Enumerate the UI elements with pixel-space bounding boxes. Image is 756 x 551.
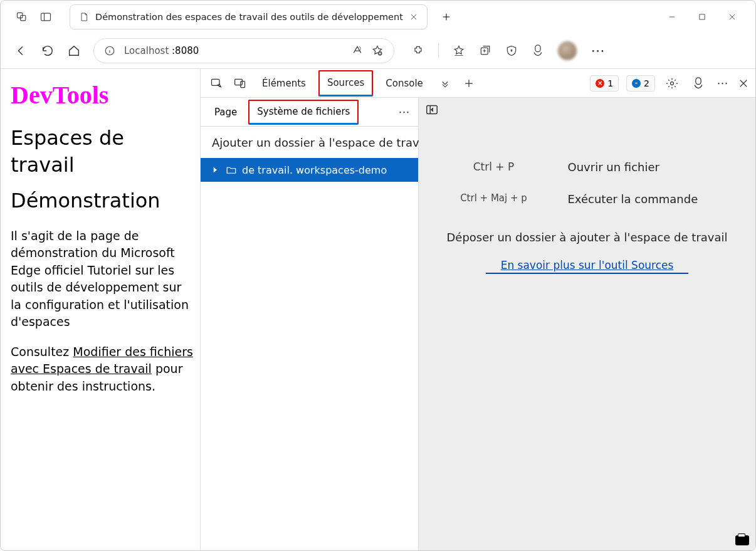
- extensions-icon[interactable]: [412, 45, 424, 57]
- new-tab-devtools-icon[interactable]: [463, 77, 475, 90]
- page-paragraph-2: Consultez Modifier des fichiers avec Esp…: [11, 344, 194, 396]
- devtools-more-icon[interactable]: ⋯: [715, 78, 730, 89]
- shortcut-cmd-label: Exécuter la commande: [568, 192, 743, 206]
- toggle-drawer-icon[interactable]: [735, 535, 749, 545]
- svg-rect-9: [235, 79, 243, 85]
- content-area: DevTools Espaces de travail Démonstratio…: [1, 68, 755, 550]
- errors-chip[interactable]: 1: [590, 75, 619, 92]
- close-devtools-icon[interactable]: [738, 78, 749, 89]
- navigator-more-icon[interactable]: ⋯: [397, 107, 412, 118]
- toolbar-right: ⋯: [412, 41, 606, 60]
- drop-hint: Déposer un dossier à ajouter à l'espace …: [419, 231, 755, 244]
- url-port: :8080: [172, 45, 199, 56]
- devtools-right: 1 2 ⋯: [590, 75, 749, 92]
- info-icon: [632, 79, 641, 88]
- tab-console[interactable]: Console: [378, 70, 431, 97]
- title-bar: Démonstration des espaces de travail des…: [1, 1, 755, 33]
- collections-icon[interactable]: [479, 45, 491, 57]
- sources-body: Page Système de fichiers ⋯ Ajouter un do…: [201, 98, 755, 550]
- learn-more-link[interactable]: En savoir plus sur l'outil Sources: [486, 259, 689, 274]
- workspaces-icon[interactable]: [16, 11, 28, 23]
- devtools-tabbar: Éléments Sources Console 1 2 ⋯: [201, 69, 755, 98]
- url-pill-right: [351, 45, 384, 57]
- tab-sources[interactable]: Sources: [318, 70, 373, 97]
- new-tab-icon[interactable]: [441, 12, 451, 22]
- page-subheading-1: Espaces de travail: [11, 125, 194, 179]
- profile-avatar[interactable]: [558, 41, 577, 60]
- editor-panel: Ctrl + P Ouvrir un fichier Ctrl + Maj + …: [419, 98, 755, 550]
- svg-rect-8: [212, 79, 220, 85]
- toolbar-separator: [438, 43, 439, 58]
- page-paragraph-1: Il s'agit de la page de démonstration du…: [11, 228, 194, 331]
- add-folder-button[interactable]: Ajouter un dossier à l'espace de travail: [201, 127, 418, 158]
- tab-elements[interactable]: Éléments: [255, 70, 313, 97]
- add-favorite-icon[interactable]: [371, 45, 384, 57]
- svg-rect-2: [41, 13, 51, 21]
- page-subheading-2: Démonstration: [11, 187, 194, 214]
- shortcut-cmd-key: Ctrl + Maj + p: [431, 192, 557, 206]
- url-text: Localhost :8080: [124, 45, 199, 56]
- device-toggle-icon[interactable]: [234, 77, 246, 90]
- navigator-subtabs: Page Système de fichiers ⋯: [201, 98, 418, 127]
- folder-label: de travail. workspaces-demo: [242, 164, 387, 176]
- folder-icon: [226, 164, 237, 176]
- maximize-icon[interactable]: [698, 13, 706, 21]
- subtab-page[interactable]: Page: [207, 100, 244, 125]
- inspect-icon[interactable]: [210, 77, 223, 90]
- url-host: Localhost: [124, 45, 169, 56]
- page-title: DevTools: [11, 80, 194, 110]
- window-controls: [668, 13, 752, 21]
- add-folder-label: Ajouter un dossier à l'espace de travail: [212, 136, 433, 149]
- keyboard-hints: Ctrl + P Ouvrir un fichier Ctrl + Maj + …: [431, 160, 743, 206]
- refresh-icon[interactable]: [41, 44, 55, 58]
- tab-actions-icon[interactable]: [39, 11, 52, 23]
- more-tabs-icon[interactable]: [439, 77, 451, 90]
- home-icon[interactable]: [67, 44, 81, 58]
- settings-icon[interactable]: [666, 77, 678, 90]
- page-icon: [79, 12, 89, 22]
- svg-rect-3: [700, 14, 705, 19]
- close-tab-icon[interactable]: [409, 13, 418, 21]
- rendered-page: DevTools Espaces de travail Démonstratio…: [1, 69, 200, 550]
- address-bar: Localhost :8080 ⋯: [1, 33, 755, 68]
- collapse-navigator-icon[interactable]: [425, 103, 439, 117]
- shortcut-open-label: Ouvrir un fichier: [568, 160, 743, 174]
- more-menu-icon[interactable]: ⋯: [591, 44, 606, 58]
- close-window-icon[interactable]: [728, 13, 737, 21]
- back-icon[interactable]: [14, 44, 28, 58]
- shortcut-open-key: Ctrl + P: [431, 160, 557, 174]
- subtab-filesystem[interactable]: Système de fichiers: [248, 100, 359, 125]
- error-icon: [596, 79, 604, 88]
- feedback-icon[interactable]: [692, 77, 705, 90]
- info-count: 2: [644, 78, 649, 88]
- favorites-icon[interactable]: [453, 45, 465, 57]
- browser-essentials-icon[interactable]: [532, 45, 544, 57]
- read-aloud-icon[interactable]: [351, 45, 364, 57]
- url-field[interactable]: Localhost :8080: [93, 38, 394, 63]
- info-chip[interactable]: 2: [626, 75, 655, 92]
- navigator-panel: Page Système de fichiers ⋯ Ajouter un do…: [201, 98, 419, 550]
- browser-tab[interactable]: Démonstration des espaces de travail des…: [70, 4, 428, 29]
- minimize-icon[interactable]: [668, 13, 676, 21]
- svg-point-11: [671, 81, 674, 85]
- workspace-folder[interactable]: de travail. workspaces-demo: [201, 158, 418, 182]
- expand-icon: [209, 164, 221, 176]
- learn-more-wrapper: En savoir plus sur l'outil Sources: [419, 259, 755, 271]
- svg-point-7: [511, 50, 512, 51]
- site-info-icon[interactable]: [104, 45, 115, 56]
- page-para2-pre: Consultez: [11, 345, 73, 359]
- svg-rect-10: [241, 81, 245, 87]
- errors-count: 1: [607, 78, 613, 88]
- devtools-panel: Éléments Sources Console 1 2 ⋯: [200, 69, 755, 550]
- security-icon[interactable]: [505, 45, 518, 57]
- tab-title: Démonstration des espaces de travail des…: [95, 12, 403, 22]
- title-bar-left-icons: [4, 11, 63, 23]
